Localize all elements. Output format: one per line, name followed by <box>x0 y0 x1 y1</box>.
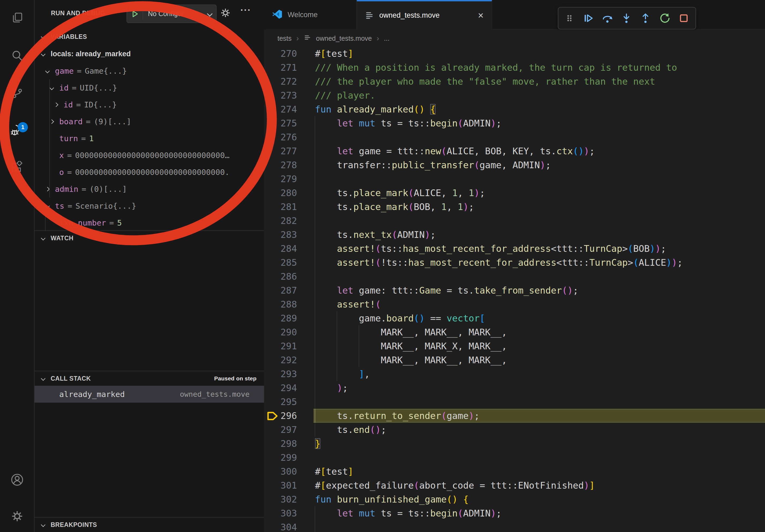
line-number[interactable]: 299 <box>264 450 297 464</box>
code-line-301[interactable]: 301#[expected_failure(abort_code = ttt::… <box>264 478 765 492</box>
variable-row-scope[interactable]: locals: already_marked <box>35 46 264 62</box>
line-number[interactable]: 295 <box>264 395 297 409</box>
debug-step-out-icon[interactable] <box>640 13 651 24</box>
variable-row-id[interactable]: id=ID{...} <box>35 96 264 113</box>
chevron-down-icon[interactable] <box>45 204 50 208</box>
line-number[interactable]: 292 <box>264 353 297 367</box>
line-number[interactable]: 290 <box>264 325 297 339</box>
line-number[interactable]: 280 <box>264 186 297 200</box>
chevron-right-icon[interactable] <box>53 103 59 106</box>
account-icon[interactable] <box>0 473 34 486</box>
line-number[interactable]: 274 <box>264 102 297 116</box>
debug-step-into-icon[interactable] <box>621 13 632 24</box>
breadcrumb-item-tests[interactable]: tests <box>278 35 292 42</box>
chevron-down-icon[interactable] <box>40 53 46 56</box>
code-line-293[interactable]: 293 ], <box>264 367 765 381</box>
line-number[interactable]: 302 <box>264 492 297 506</box>
line-number[interactable]: 278 <box>264 158 297 172</box>
line-number[interactable]: 276 <box>264 130 297 144</box>
code-line-271[interactable]: 271/// When a position is already marked… <box>264 61 765 75</box>
code-line-296[interactable]: 296 ts.return_to_sender(game); <box>264 409 765 423</box>
line-number[interactable]: 273 <box>264 89 297 102</box>
line-number[interactable]: 298 <box>264 437 297 450</box>
code-line-289[interactable]: 289 game.board() == vector[ <box>264 311 765 325</box>
line-number[interactable]: 270 <box>264 47 297 61</box>
code-line-279[interactable]: 279 <box>264 172 765 186</box>
line-number[interactable]: 300 <box>264 464 297 478</box>
variable-row-game[interactable]: game=Game{...} <box>35 62 264 79</box>
line-number[interactable]: 272 <box>264 75 297 89</box>
line-number[interactable]: 304 <box>264 520 297 532</box>
variable-row-board[interactable]: board=(9)[...] <box>35 113 264 130</box>
line-number[interactable]: 301 <box>264 478 297 492</box>
breakpoints-section-header[interactable]: BREAKPOINTS <box>35 518 264 532</box>
code-line-276[interactable]: 276 <box>264 130 765 144</box>
debug-gripper-icon[interactable] <box>564 13 575 23</box>
code-line-290[interactable]: 290 MARK__, MARK__, MARK__, <box>264 325 765 339</box>
variable-row-turn[interactable]: turn=1 <box>35 130 264 147</box>
source-control-icon[interactable] <box>0 86 34 99</box>
line-number[interactable]: 277 <box>264 144 297 158</box>
line-number[interactable]: 286 <box>264 269 297 283</box>
code-line-287[interactable]: 287 let game: ttt::Game = ts.take_from_s… <box>264 283 765 297</box>
variable-row-id[interactable]: id=UID{...} <box>35 79 264 96</box>
code-line-286[interactable]: 286 <box>264 269 765 283</box>
line-number[interactable]: 285 <box>264 256 297 269</box>
variables-section-header[interactable]: VARIABLES <box>35 30 264 44</box>
settings-gear-icon[interactable] <box>0 509 34 523</box>
line-number[interactable]: 271 <box>264 61 297 75</box>
line-number[interactable]: 284 <box>264 242 297 256</box>
code-line-298[interactable]: 298} <box>264 437 765 450</box>
more-actions-icon[interactable]: ··· <box>241 5 251 15</box>
code-line-294[interactable]: 294 ); <box>264 381 765 395</box>
line-number[interactable]: 303 <box>264 506 297 520</box>
code-line-281[interactable]: 281 ts.place_mark(BOB, 1, 1); <box>264 200 765 214</box>
code-editor[interactable]: 270#[test]271/// When a position is alre… <box>264 47 765 532</box>
line-number[interactable]: 291 <box>264 339 297 353</box>
code-line-275[interactable]: 275 let mut ts = ts::begin(ADMIN); <box>264 116 765 130</box>
code-line-299[interactable]: 299 <box>264 450 765 464</box>
line-number[interactable]: 289 <box>264 311 297 325</box>
tab-welcome[interactable]: Welcome <box>264 0 357 30</box>
watch-section-header[interactable]: WATCH <box>35 231 264 245</box>
code-line-284[interactable]: 284 assert!(ts::has_most_recent_for_addr… <box>264 242 765 256</box>
tab-owned-tests-move[interactable]: owned_tests.move × <box>357 0 492 30</box>
variable-row-x[interactable]: x=00000000000000000000000000000000… <box>35 147 264 164</box>
code-line-304[interactable]: 304 <box>264 520 765 532</box>
code-line-285[interactable]: 285 assert!(!ts::has_most_recent_for_add… <box>264 256 765 269</box>
code-line-282[interactable]: 282 <box>264 214 765 228</box>
debug-settings-gear-icon[interactable] <box>220 7 231 20</box>
variable-row-ts[interactable]: ts=Scenario{...} <box>35 197 264 214</box>
code-line-295[interactable]: 295 <box>264 395 765 409</box>
close-tab-icon[interactable]: × <box>478 11 483 20</box>
code-line-297[interactable]: 297 ts.end(); <box>264 423 765 437</box>
breadcrumb-item-symbol[interactable]: ... <box>384 35 389 42</box>
code-line-283[interactable]: 283 ts.next_tx(ADMIN); <box>264 228 765 242</box>
explorer-icon[interactable] <box>0 12 34 24</box>
debug-stop-icon[interactable] <box>678 13 689 24</box>
run-and-debug-icon[interactable]: 1 <box>0 124 34 137</box>
code-line-292[interactable]: 292 MARK__, MARK__, MARK__, <box>264 353 765 367</box>
search-icon[interactable] <box>0 50 34 62</box>
chevron-down-icon[interactable] <box>49 86 54 90</box>
code-line-278[interactable]: 278 transfer::public_transfer(game, ADMI… <box>264 158 765 172</box>
code-line-300[interactable]: 300#[test] <box>264 464 765 478</box>
code-line-291[interactable]: 291 MARK__, MARK_X, MARK__, <box>264 339 765 353</box>
call-stack-frame[interactable]: already_marked owned_tests.move <box>35 386 264 402</box>
line-number[interactable]: 281 <box>264 200 297 214</box>
debug-restart-icon[interactable] <box>659 13 670 24</box>
line-number[interactable]: 279 <box>264 172 297 186</box>
start-debug-icon[interactable] <box>127 9 143 19</box>
line-number[interactable]: 287 <box>264 283 297 297</box>
code-line-280[interactable]: 280 ts.place_mark(ALICE, 1, 1); <box>264 186 765 200</box>
launch-config-dropdown[interactable]: No Configur <box>127 5 217 23</box>
code-line-303[interactable]: 303 let mut ts = ts::begin(ADMIN); <box>264 506 765 520</box>
call-stack-section-header[interactable]: CALL STACK Paused on step <box>35 371 264 386</box>
code-line-302[interactable]: 302fun burn_unfinished_game() { <box>264 492 765 506</box>
line-number[interactable]: 283 <box>264 228 297 242</box>
code-line-277[interactable]: 277 let game = ttt::new(ALICE, BOB, KEY,… <box>264 144 765 158</box>
variable-row-admin[interactable]: admin=(0)[...] <box>35 180 264 197</box>
extensions-icon[interactable] <box>0 161 34 174</box>
variable-row-txn_number[interactable]: txn_number=5 <box>35 214 264 231</box>
line-number[interactable]: 275 <box>264 116 297 130</box>
